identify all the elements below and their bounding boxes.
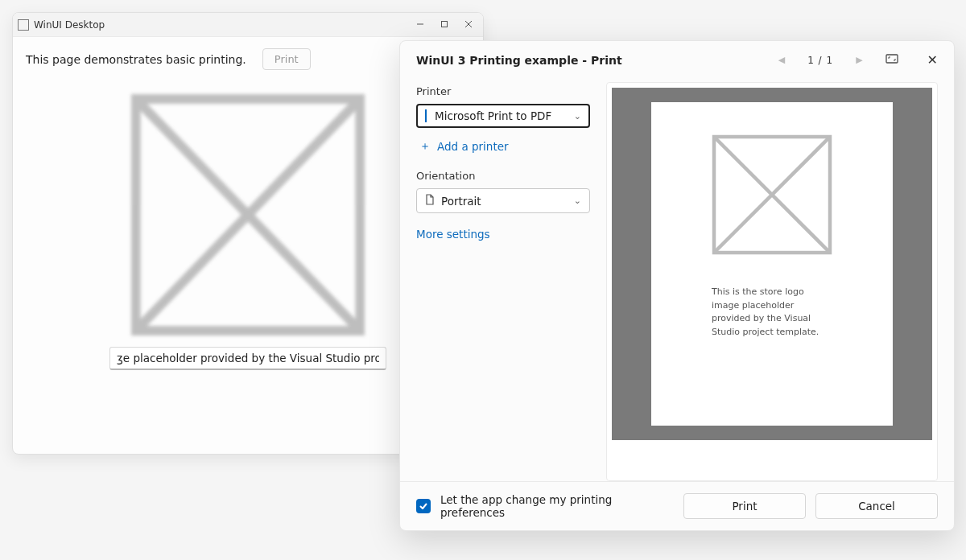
app-icon xyxy=(18,19,29,31)
minimize-icon[interactable] xyxy=(415,19,425,31)
print-dialog: WinUI 3 Printing example - Print ◀ 1 / 1… xyxy=(399,40,955,531)
text-cursor xyxy=(425,109,427,122)
svg-rect-7 xyxy=(886,55,898,63)
svg-rect-1 xyxy=(442,21,448,27)
fit-to-page-icon[interactable] xyxy=(886,54,898,66)
prev-page-icon[interactable]: ◀ xyxy=(778,55,785,65)
preferences-checkbox-label: Let the app change my printing preferenc… xyxy=(440,493,674,519)
orientation-value: Portrait xyxy=(441,195,481,208)
chevron-down-icon: ⌄ xyxy=(574,196,581,206)
preview-page: This is the store logo image placeholder… xyxy=(651,102,893,426)
more-settings-link[interactable]: More settings xyxy=(416,228,590,241)
dialog-title: WinUI 3 Printing example - Print xyxy=(416,54,778,67)
dialog-cancel-button[interactable]: Cancel xyxy=(815,493,938,519)
maximize-icon[interactable] xyxy=(440,19,449,31)
preview-caption: This is the store logo image placeholder… xyxy=(712,286,832,339)
plus-icon: ＋ xyxy=(419,139,431,154)
add-printer-label: Add a printer xyxy=(437,140,509,153)
page-description: This page demonstrates basic printing. xyxy=(26,53,246,66)
document-icon xyxy=(425,194,435,208)
printer-select[interactable]: Microsoft Print to PDF ⌄ xyxy=(416,104,590,128)
print-preview: This is the store logo image placeholder… xyxy=(606,82,938,481)
orientation-label: Orientation xyxy=(416,170,590,182)
preview-image-placeholder xyxy=(712,134,832,255)
orientation-select[interactable]: Portrait ⌄ xyxy=(416,188,590,213)
preview-frame: This is the store logo image placeholder… xyxy=(612,88,932,440)
printer-value: Microsoft Print to PDF xyxy=(435,109,551,122)
page-navigation: ◀ 1 / 1 ▶ xyxy=(778,54,898,66)
next-page-icon[interactable]: ▶ xyxy=(856,55,862,65)
preferences-checkbox[interactable] xyxy=(416,499,431,513)
dialog-print-button[interactable]: Print xyxy=(683,493,806,519)
close-dialog-icon[interactable]: ✕ xyxy=(927,52,938,68)
caption-input[interactable] xyxy=(109,347,386,370)
close-icon[interactable] xyxy=(464,19,473,31)
add-printer-link[interactable]: ＋ Add a printer xyxy=(419,139,590,154)
image-placeholder xyxy=(131,94,365,336)
print-button[interactable]: Print xyxy=(262,48,311,70)
titlebar: WinUI Desktop xyxy=(13,13,483,37)
page-counter: 1 / 1 xyxy=(807,55,833,66)
printer-label: Printer xyxy=(416,85,590,97)
window-title: WinUI Desktop xyxy=(34,19,105,31)
chevron-down-icon: ⌄ xyxy=(574,111,581,121)
